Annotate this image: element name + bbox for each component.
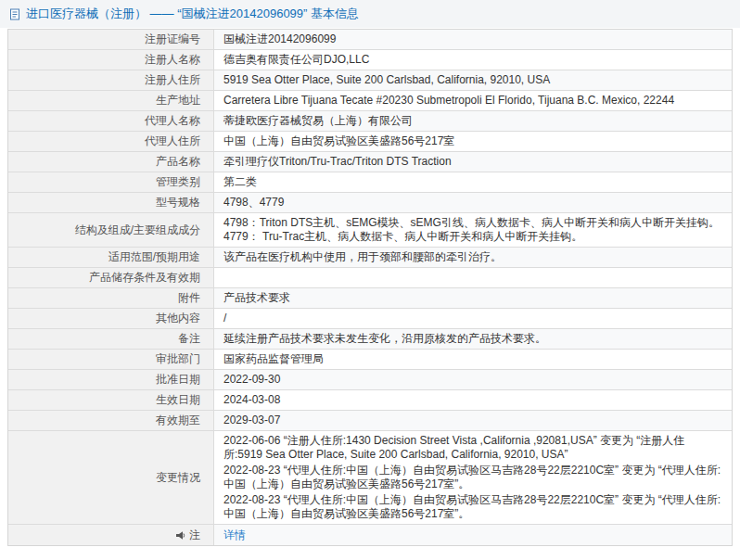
table-row: 备注延续注册产品技术要求未发生变化，沿用原核发的产品技术要求。 xyxy=(8,329,732,350)
table-row: 代理人住所中国（上海）自由贸易试验区美盛路56号217室 xyxy=(8,132,732,152)
row-label: 型号规格 xyxy=(8,193,214,212)
table-row: 审批部门国家药品监督管理局 xyxy=(8,350,732,370)
table-row: 注册人名称德吉奥有限责任公司DJO,LLC xyxy=(8,50,732,70)
row-label-text: 附件 xyxy=(178,291,200,305)
details-link[interactable]: 详情 xyxy=(223,528,246,542)
row-label: 代理人住所 xyxy=(8,132,214,151)
row-value: 5919 Sea Otter Place, Suite 200 Carlsbad… xyxy=(214,70,732,90)
table-row: 生产地址Carretera Libre Tijuana Tecate #2023… xyxy=(8,91,732,111)
row-value: 产品技术要求 xyxy=(214,288,732,308)
row-label-text: 批准日期 xyxy=(156,373,200,387)
change-record-line: 2022-06-06 “注册人住所:1430 Decision Street V… xyxy=(223,434,722,462)
row-label: 代理人名称 xyxy=(8,111,214,131)
row-label: 附件 xyxy=(8,288,214,308)
page-header: 进口医疗器械（注册） —— “国械注进20142096099” 基本信息 xyxy=(0,0,740,28)
table-row: 注册证编号国械注进20142096099 xyxy=(8,30,732,50)
table-row: 产品名称牵引理疗仪Triton/Tru-Trac/Triton DTS Trac… xyxy=(8,152,732,172)
row-value: 国械注进20142096099 xyxy=(214,30,732,49)
row-label-text: 代理人住所 xyxy=(145,134,200,148)
document-icon xyxy=(9,8,20,20)
table-row: 变更情况2022-06-06 “注册人住所:1430 Decision Stre… xyxy=(8,431,732,525)
row-value: 国家药品监督管理局 xyxy=(214,350,732,369)
row-label-text: 审批部门 xyxy=(156,352,200,366)
row-label-text: 产品储存条件及有效期 xyxy=(89,271,200,285)
row-label: 注 xyxy=(8,525,214,545)
table-row: 适用范围/预期用途该产品在医疗机构中使用，用于颈部和腰部的牵引治疗。 xyxy=(8,248,732,268)
row-label-text: 变更情况 xyxy=(156,471,200,485)
row-value: / xyxy=(214,309,732,328)
row-label: 产品储存条件及有效期 xyxy=(8,268,214,287)
row-label: 注册人名称 xyxy=(8,50,214,70)
table-row: 其他内容/ xyxy=(8,309,732,329)
row-label-text: 产品名称 xyxy=(156,155,200,169)
row-label-text: 代理人名称 xyxy=(145,114,200,128)
row-label: 结构及组成/主要组成成分 xyxy=(8,213,214,247)
page-title: 进口医疗器械（注册） —— “国械注进20142096099” 基本信息 xyxy=(26,6,359,22)
row-value: 2024-03-08 xyxy=(214,390,732,410)
row-label-text: 其他内容 xyxy=(156,312,200,325)
row-value xyxy=(214,268,732,287)
table-row: 注详情 xyxy=(8,525,732,545)
row-label-text: 适用范围/预期用途 xyxy=(108,250,200,264)
note-icon xyxy=(175,530,185,541)
row-label-text: 注册人名称 xyxy=(145,53,200,67)
table-row: 生效日期2024-03-08 xyxy=(8,390,732,411)
row-value: 牵引理疗仪Triton/Tru-Trac/Triton DTS Traction xyxy=(214,152,732,172)
row-label: 其他内容 xyxy=(8,309,214,328)
row-value: 延续注册产品技术要求未发生变化，沿用原核发的产品技术要求。 xyxy=(214,329,732,349)
row-value: 4798：Triton DTS主机、sEMG模块、sEMG引线、病人数据卡、病人… xyxy=(214,213,732,247)
row-label-text: 生效日期 xyxy=(156,393,200,407)
row-label: 生产地址 xyxy=(8,91,214,110)
row-value: 2022-09-30 xyxy=(214,370,732,389)
row-value: 蒂捷欧医疗器械贸易（上海）有限公司 xyxy=(214,111,732,131)
row-value: 详情 xyxy=(214,525,732,545)
row-label-text: 管理类别 xyxy=(156,175,200,189)
row-value: 该产品在医疗机构中使用，用于颈部和腰部的牵引治疗。 xyxy=(214,248,732,267)
row-label-text: 备注 xyxy=(178,332,200,346)
row-label-text: 注 xyxy=(189,528,200,542)
row-label: 变更情况 xyxy=(8,431,214,524)
row-label-text: 有效期至 xyxy=(156,414,200,427)
row-label: 备注 xyxy=(8,329,214,349)
row-label: 适用范围/预期用途 xyxy=(8,248,214,267)
table-row: 注册人住所5919 Sea Otter Place, Suite 200 Car… xyxy=(8,70,732,91)
row-value: 2022-06-06 “注册人住所:1430 Decision Street V… xyxy=(214,431,732,524)
row-label-text: 生产地址 xyxy=(156,94,200,108)
row-label: 审批部门 xyxy=(8,350,214,369)
row-value: 德吉奥有限责任公司DJO,LLC xyxy=(214,50,732,70)
change-record-line: 2022-08-23 “代理人住所:中国（上海）自由贸易试验区马吉路28号22层… xyxy=(223,464,722,491)
row-value: 2029-03-07 xyxy=(214,411,732,430)
table-row: 产品储存条件及有效期 xyxy=(8,268,732,288)
row-label: 批准日期 xyxy=(8,370,214,389)
table-row: 有效期至2029-03-07 xyxy=(8,411,732,431)
row-label-text: 型号规格 xyxy=(156,196,200,210)
row-label-text: 注册人住所 xyxy=(145,73,200,87)
row-value: 中国（上海）自由贸易试验区美盛路56号217室 xyxy=(214,132,732,151)
change-record-line: 2022-08-23 “代理人住所:中国（上海）自由贸易试验区马吉路28号22层… xyxy=(223,493,722,521)
row-label: 注册证编号 xyxy=(8,30,214,49)
row-value: 4798、4779 xyxy=(214,193,732,212)
table-row: 结构及组成/主要组成成分4798：Triton DTS主机、sEMG模块、sEM… xyxy=(8,213,732,248)
table-row: 管理类别第二类 xyxy=(8,172,732,193)
table-row: 代理人名称蒂捷欧医疗器械贸易（上海）有限公司 xyxy=(8,111,732,132)
row-label: 有效期至 xyxy=(8,411,214,430)
row-label: 产品名称 xyxy=(8,152,214,172)
row-value: Carretera Libre Tijuana Tecate #20230 Su… xyxy=(214,91,732,110)
row-label-text: 结构及组成/主要组成成分 xyxy=(75,223,200,237)
table-row: 批准日期2022-09-30 xyxy=(8,370,732,390)
table-row: 附件产品技术要求 xyxy=(8,288,732,309)
row-label: 注册人住所 xyxy=(8,70,214,90)
row-label: 生效日期 xyxy=(8,390,214,410)
info-table: 注册证编号国械注进20142096099注册人名称德吉奥有限责任公司DJO,LL… xyxy=(7,29,733,546)
table-row: 型号规格4798、4779 xyxy=(8,193,732,213)
row-label: 管理类别 xyxy=(8,172,214,192)
row-label-text: 注册证编号 xyxy=(145,32,200,46)
row-value: 第二类 xyxy=(214,172,732,192)
